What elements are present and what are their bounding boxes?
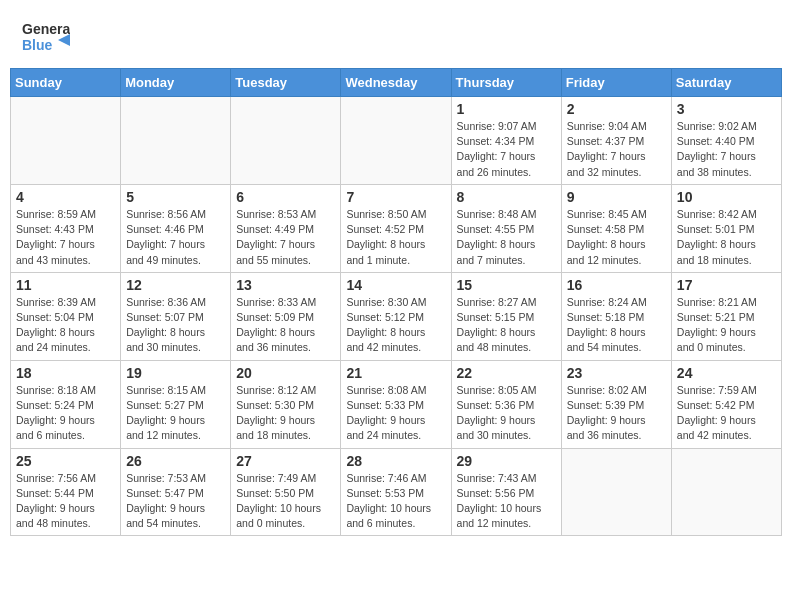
day-number: 1	[457, 101, 556, 117]
calendar-cell: 15Sunrise: 8:27 AM Sunset: 5:15 PM Dayli…	[451, 272, 561, 360]
day-info: Sunrise: 8:42 AM Sunset: 5:01 PM Dayligh…	[677, 207, 776, 268]
day-number: 3	[677, 101, 776, 117]
calendar-cell: 9Sunrise: 8:45 AM Sunset: 4:58 PM Daylig…	[561, 184, 671, 272]
calendar-cell: 1Sunrise: 9:07 AM Sunset: 4:34 PM Daylig…	[451, 97, 561, 185]
day-info: Sunrise: 9:04 AM Sunset: 4:37 PM Dayligh…	[567, 119, 666, 180]
day-info: Sunrise: 8:59 AM Sunset: 4:43 PM Dayligh…	[16, 207, 115, 268]
calendar-cell: 23Sunrise: 8:02 AM Sunset: 5:39 PM Dayli…	[561, 360, 671, 448]
weekday-header-row: SundayMondayTuesdayWednesdayThursdayFrid…	[11, 69, 782, 97]
day-number: 22	[457, 365, 556, 381]
day-info: Sunrise: 8:36 AM Sunset: 5:07 PM Dayligh…	[126, 295, 225, 356]
day-info: Sunrise: 8:39 AM Sunset: 5:04 PM Dayligh…	[16, 295, 115, 356]
day-info: Sunrise: 9:07 AM Sunset: 4:34 PM Dayligh…	[457, 119, 556, 180]
svg-text:General: General	[22, 21, 70, 37]
calendar-cell: 24Sunrise: 7:59 AM Sunset: 5:42 PM Dayli…	[671, 360, 781, 448]
calendar-cell: 11Sunrise: 8:39 AM Sunset: 5:04 PM Dayli…	[11, 272, 121, 360]
calendar-cell: 27Sunrise: 7:49 AM Sunset: 5:50 PM Dayli…	[231, 448, 341, 536]
calendar-cell: 25Sunrise: 7:56 AM Sunset: 5:44 PM Dayli…	[11, 448, 121, 536]
calendar-cell	[121, 97, 231, 185]
day-info: Sunrise: 7:49 AM Sunset: 5:50 PM Dayligh…	[236, 471, 335, 532]
weekday-saturday: Saturday	[671, 69, 781, 97]
weekday-tuesday: Tuesday	[231, 69, 341, 97]
calendar-cell: 17Sunrise: 8:21 AM Sunset: 5:21 PM Dayli…	[671, 272, 781, 360]
calendar-cell	[671, 448, 781, 536]
day-number: 28	[346, 453, 445, 469]
day-number: 8	[457, 189, 556, 205]
day-info: Sunrise: 8:30 AM Sunset: 5:12 PM Dayligh…	[346, 295, 445, 356]
day-number: 2	[567, 101, 666, 117]
calendar-wrapper: SundayMondayTuesdayWednesdayThursdayFrid…	[0, 68, 792, 546]
day-number: 29	[457, 453, 556, 469]
calendar-cell: 16Sunrise: 8:24 AM Sunset: 5:18 PM Dayli…	[561, 272, 671, 360]
calendar-table: SundayMondayTuesdayWednesdayThursdayFrid…	[10, 68, 782, 536]
day-info: Sunrise: 8:24 AM Sunset: 5:18 PM Dayligh…	[567, 295, 666, 356]
calendar-cell: 7Sunrise: 8:50 AM Sunset: 4:52 PM Daylig…	[341, 184, 451, 272]
page-header: General Blue	[0, 0, 792, 68]
week-row-5: 25Sunrise: 7:56 AM Sunset: 5:44 PM Dayli…	[11, 448, 782, 536]
calendar-cell: 29Sunrise: 7:43 AM Sunset: 5:56 PM Dayli…	[451, 448, 561, 536]
day-number: 15	[457, 277, 556, 293]
day-info: Sunrise: 7:46 AM Sunset: 5:53 PM Dayligh…	[346, 471, 445, 532]
day-info: Sunrise: 8:08 AM Sunset: 5:33 PM Dayligh…	[346, 383, 445, 444]
calendar-cell: 6Sunrise: 8:53 AM Sunset: 4:49 PM Daylig…	[231, 184, 341, 272]
day-info: Sunrise: 8:12 AM Sunset: 5:30 PM Dayligh…	[236, 383, 335, 444]
calendar-cell: 28Sunrise: 7:46 AM Sunset: 5:53 PM Dayli…	[341, 448, 451, 536]
calendar-body: 1Sunrise: 9:07 AM Sunset: 4:34 PM Daylig…	[11, 97, 782, 536]
day-number: 20	[236, 365, 335, 381]
day-info: Sunrise: 8:27 AM Sunset: 5:15 PM Dayligh…	[457, 295, 556, 356]
svg-text:Blue: Blue	[22, 37, 53, 53]
calendar-cell: 19Sunrise: 8:15 AM Sunset: 5:27 PM Dayli…	[121, 360, 231, 448]
calendar-cell: 14Sunrise: 8:30 AM Sunset: 5:12 PM Dayli…	[341, 272, 451, 360]
day-number: 4	[16, 189, 115, 205]
day-number: 21	[346, 365, 445, 381]
weekday-sunday: Sunday	[11, 69, 121, 97]
day-number: 26	[126, 453, 225, 469]
day-number: 18	[16, 365, 115, 381]
calendar-cell	[11, 97, 121, 185]
day-info: Sunrise: 8:45 AM Sunset: 4:58 PM Dayligh…	[567, 207, 666, 268]
day-info: Sunrise: 7:43 AM Sunset: 5:56 PM Dayligh…	[457, 471, 556, 532]
day-number: 5	[126, 189, 225, 205]
day-number: 27	[236, 453, 335, 469]
weekday-friday: Friday	[561, 69, 671, 97]
day-number: 7	[346, 189, 445, 205]
week-row-3: 11Sunrise: 8:39 AM Sunset: 5:04 PM Dayli…	[11, 272, 782, 360]
day-info: Sunrise: 8:21 AM Sunset: 5:21 PM Dayligh…	[677, 295, 776, 356]
calendar-cell: 10Sunrise: 8:42 AM Sunset: 5:01 PM Dayli…	[671, 184, 781, 272]
day-info: Sunrise: 8:56 AM Sunset: 4:46 PM Dayligh…	[126, 207, 225, 268]
day-info: Sunrise: 8:05 AM Sunset: 5:36 PM Dayligh…	[457, 383, 556, 444]
calendar-cell: 12Sunrise: 8:36 AM Sunset: 5:07 PM Dayli…	[121, 272, 231, 360]
logo: General Blue	[20, 16, 70, 64]
day-number: 16	[567, 277, 666, 293]
day-number: 11	[16, 277, 115, 293]
week-row-2: 4Sunrise: 8:59 AM Sunset: 4:43 PM Daylig…	[11, 184, 782, 272]
weekday-thursday: Thursday	[451, 69, 561, 97]
calendar-cell: 21Sunrise: 8:08 AM Sunset: 5:33 PM Dayli…	[341, 360, 451, 448]
calendar-cell: 3Sunrise: 9:02 AM Sunset: 4:40 PM Daylig…	[671, 97, 781, 185]
day-number: 6	[236, 189, 335, 205]
calendar-cell: 13Sunrise: 8:33 AM Sunset: 5:09 PM Dayli…	[231, 272, 341, 360]
day-info: Sunrise: 8:15 AM Sunset: 5:27 PM Dayligh…	[126, 383, 225, 444]
day-number: 19	[126, 365, 225, 381]
day-info: Sunrise: 8:53 AM Sunset: 4:49 PM Dayligh…	[236, 207, 335, 268]
day-info: Sunrise: 7:56 AM Sunset: 5:44 PM Dayligh…	[16, 471, 115, 532]
day-number: 23	[567, 365, 666, 381]
calendar-cell: 20Sunrise: 8:12 AM Sunset: 5:30 PM Dayli…	[231, 360, 341, 448]
day-info: Sunrise: 8:33 AM Sunset: 5:09 PM Dayligh…	[236, 295, 335, 356]
day-number: 14	[346, 277, 445, 293]
calendar-cell: 26Sunrise: 7:53 AM Sunset: 5:47 PM Dayli…	[121, 448, 231, 536]
calendar-cell	[231, 97, 341, 185]
week-row-4: 18Sunrise: 8:18 AM Sunset: 5:24 PM Dayli…	[11, 360, 782, 448]
day-number: 24	[677, 365, 776, 381]
day-info: Sunrise: 8:02 AM Sunset: 5:39 PM Dayligh…	[567, 383, 666, 444]
day-info: Sunrise: 8:18 AM Sunset: 5:24 PM Dayligh…	[16, 383, 115, 444]
calendar-cell: 22Sunrise: 8:05 AM Sunset: 5:36 PM Dayli…	[451, 360, 561, 448]
calendar-cell	[561, 448, 671, 536]
weekday-wednesday: Wednesday	[341, 69, 451, 97]
calendar-cell: 5Sunrise: 8:56 AM Sunset: 4:46 PM Daylig…	[121, 184, 231, 272]
day-number: 13	[236, 277, 335, 293]
day-info: Sunrise: 8:48 AM Sunset: 4:55 PM Dayligh…	[457, 207, 556, 268]
calendar-cell: 4Sunrise: 8:59 AM Sunset: 4:43 PM Daylig…	[11, 184, 121, 272]
logo-icon: General Blue	[20, 16, 70, 60]
day-info: Sunrise: 7:59 AM Sunset: 5:42 PM Dayligh…	[677, 383, 776, 444]
